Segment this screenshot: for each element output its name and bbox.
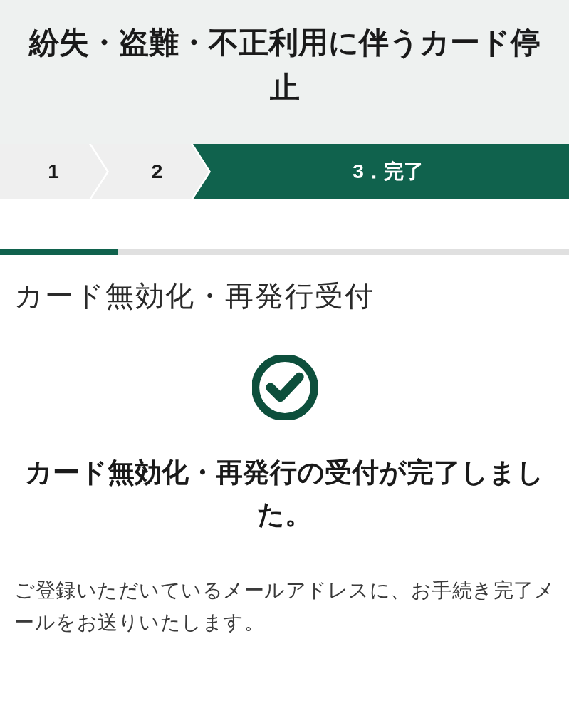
- icon-wrapper: [14, 355, 555, 423]
- step-1-label: 1: [48, 160, 59, 183]
- step-indicator: 1 2 3．完了: [0, 144, 569, 199]
- section-title: カード無効化・再発行受付: [14, 276, 555, 316]
- step-3-label: 3．完了: [353, 158, 424, 185]
- page-title: 紛失・盗難・不正利用に伴うカード停止: [14, 20, 555, 110]
- progress-fill: [0, 249, 118, 255]
- content-area: カード無効化・再発行受付 カード無効化・再発行の受付が完了しました。 ご登録いた…: [0, 255, 569, 638]
- step-2: 2: [91, 144, 209, 199]
- step-2-label: 2: [152, 160, 163, 183]
- progress-bar: [0, 249, 569, 255]
- step-1: 1: [0, 144, 107, 199]
- description-text: ご登録いただいているメールアドレスに、お手続き完了メールをお送りいたします。: [14, 575, 555, 639]
- check-circle-icon: [252, 355, 318, 420]
- page-header: 紛失・盗難・不正利用に伴うカード停止: [0, 0, 569, 144]
- completion-message: カード無効化・再発行の受付が完了しました。: [14, 452, 555, 536]
- step-3-active: 3．完了: [193, 144, 569, 199]
